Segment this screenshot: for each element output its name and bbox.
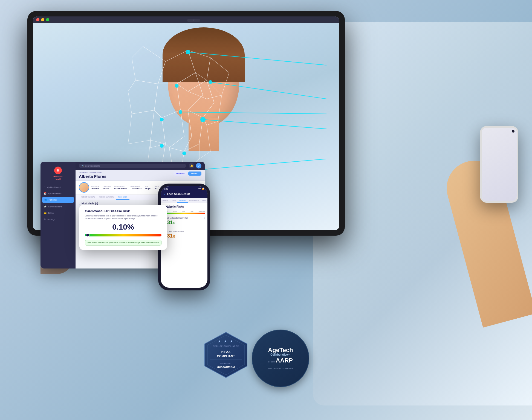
sidebar-item-settings[interactable]: ⚙ Settings bbox=[41, 216, 76, 222]
phone-status-bar: 9:41 ●●● 📶 bbox=[161, 186, 207, 191]
metric-row-fatty-liver: Fatty Liver Disease Risk 0.31% bbox=[163, 231, 205, 239]
field-age: Age 46 y/o bbox=[145, 185, 151, 190]
metric-value-overall: 4.31% bbox=[163, 220, 205, 225]
svg-marker-14 bbox=[199, 118, 210, 159]
svg-text:POWERED BY: POWERED BY bbox=[220, 362, 232, 364]
agetech-badge: AgeTech Collaborative™ FROM AARP PORTFOL… bbox=[252, 330, 309, 387]
users-icon: 👥 bbox=[44, 199, 47, 201]
scale-labels-row: GREAT GOOD OKAY BAD VERY BAD bbox=[163, 210, 205, 212]
phone-status-icons: ●●● 📶 bbox=[198, 188, 204, 190]
svg-marker-1 bbox=[158, 50, 195, 84]
new-note-button[interactable]: New Note bbox=[174, 172, 187, 176]
svg-marker-9 bbox=[128, 110, 154, 144]
metric-label-fatty-liver: Fatty Liver Disease Risk bbox=[163, 231, 205, 233]
patient-avatar bbox=[79, 182, 89, 193]
field-email: Email Address 123Alberta@ bbox=[114, 185, 127, 190]
metric-label-overall: Overall Metabolic Health Risk ℹ bbox=[163, 217, 205, 219]
video-call-button[interactable]: Video C... bbox=[188, 172, 201, 176]
svg-line-31 bbox=[210, 82, 326, 99]
svg-text:COMPLIANT: COMPLIANT bbox=[217, 355, 235, 358]
svg-text:★ ★ ★: ★ ★ ★ bbox=[218, 339, 234, 343]
cardio-percentage: 0.10% bbox=[85, 223, 161, 232]
phone-tab-physiological[interactable]: Physiological bbox=[188, 198, 201, 203]
metric-value-fatty-liver: 0.31% bbox=[163, 233, 205, 239]
phone-section-title: Metabolic Risks bbox=[163, 205, 205, 208]
home-icon: ⌂ bbox=[44, 186, 45, 188]
right-person-area bbox=[313, 22, 532, 405]
phone-tab-bloodmarker[interactable]: Blood Mar... bbox=[201, 198, 207, 203]
agetech-aarp: AARP bbox=[276, 357, 293, 364]
risk-indicator bbox=[86, 233, 89, 237]
sidebar-item-billing[interactable]: 💳 Billing bbox=[41, 210, 76, 216]
logo-line2: Health bbox=[44, 178, 72, 180]
tab-patient-tasks[interactable]: Patient Tasks(4) bbox=[79, 195, 97, 200]
phone-tab-general[interactable]: General bbox=[161, 198, 170, 203]
tab-face-scan[interactable]: Face Scan bbox=[116, 195, 129, 200]
user-avatar-icon[interactable]: U bbox=[196, 163, 201, 168]
phone-tab-metabolic[interactable]: Metabolic bbox=[177, 198, 188, 203]
agetech-from: FROM bbox=[268, 361, 275, 363]
svg-point-27 bbox=[160, 118, 164, 121]
phone-time: 9:41 bbox=[164, 188, 168, 190]
hipaa-badge: ★ ★ ★ SEAL OF COMPLIANCE HIPAA COMPLIANT… bbox=[202, 331, 250, 379]
chat-icon: 💬 bbox=[44, 205, 47, 208]
patient-header: All Patients / Alberta Flores Alberta Fl… bbox=[76, 170, 205, 181]
phone-tabs: General Vitals Metabolic Physiological B… bbox=[161, 198, 207, 203]
svg-marker-6 bbox=[177, 73, 203, 110]
svg-marker-8 bbox=[203, 80, 222, 125]
scale-bar bbox=[163, 213, 205, 214]
svg-text:Accountable: Accountable bbox=[216, 365, 235, 368]
risk-bar bbox=[85, 234, 161, 236]
phone-header-title: Face Scan Result bbox=[167, 193, 190, 196]
traffic-lights-bar: ↺ bbox=[33, 16, 339, 23]
agetech-title: AgeTech bbox=[268, 347, 293, 353]
settings-icon: ⚙ bbox=[44, 218, 46, 221]
svg-marker-2 bbox=[177, 50, 210, 92]
agetech-collaborative: Collaborative™ bbox=[270, 353, 290, 356]
metric-row-overall: Overall Metabolic Health Risk ℹ 4.31% bbox=[163, 217, 205, 228]
search-input[interactable]: 🔍 Search patients bbox=[79, 164, 186, 168]
sidebar-item-appointments[interactable]: 📅 Appointments bbox=[41, 190, 76, 197]
notification-icon[interactable]: 🔔 bbox=[189, 163, 194, 168]
svg-marker-4 bbox=[128, 80, 158, 114]
field-height: Height 5'3 bbox=[155, 185, 159, 190]
sidebar-item-patients[interactable]: 👥 Patients bbox=[42, 197, 74, 203]
scale-label-okay: OKAY bbox=[182, 210, 186, 212]
svg-point-24 bbox=[175, 84, 179, 88]
svg-text:HIPAA: HIPAA bbox=[221, 350, 230, 353]
top-search-bar: 🔍 Search patients 🔔 U bbox=[76, 162, 205, 170]
svg-point-29 bbox=[182, 152, 186, 155]
phone-tab-vitals[interactable]: Vitals bbox=[170, 198, 177, 203]
logo-line1: Hibiscus bbox=[44, 175, 72, 178]
low-risk-note: Your results indicate that you have a lo… bbox=[85, 240, 161, 245]
field-last-name: Last Name Flores bbox=[103, 185, 111, 190]
traffic-light-green bbox=[46, 18, 49, 21]
phone-back-button[interactable]: ‹ bbox=[164, 192, 166, 196]
svg-marker-13 bbox=[184, 110, 203, 152]
svg-point-30 bbox=[160, 144, 164, 148]
phone-header: ‹ Face Scan Result bbox=[161, 191, 207, 198]
metric-info-icon[interactable]: ℹ bbox=[204, 217, 205, 219]
sidebar-logo: H Hibiscus Health bbox=[41, 164, 76, 184]
sidebar-item-conversations[interactable]: 💬 Conversations bbox=[41, 204, 76, 210]
traffic-light-yellow bbox=[41, 18, 44, 21]
scale-label-good: GOOD bbox=[173, 210, 177, 212]
scale-label-bad: BAD bbox=[190, 210, 193, 212]
patient-name-heading: Alberta Flores bbox=[79, 174, 106, 179]
field-first-name: First Name Alberta bbox=[91, 185, 99, 190]
sidebar-item-dashboard[interactable]: ⌂ My Dashboard bbox=[41, 184, 76, 190]
cardio-risk-card: Cardiovascular Disease Risk Cardiovascul… bbox=[79, 205, 167, 250]
calendar-icon: 📅 bbox=[44, 192, 47, 195]
svg-line-33 bbox=[180, 112, 326, 114]
field-dob: Date of Birth 10-09-1931 bbox=[131, 185, 142, 190]
svg-marker-12 bbox=[169, 110, 192, 152]
scale-label-very-bad: VERY BAD bbox=[198, 210, 205, 212]
cardio-card-title: Cardiovascular Disease Risk bbox=[85, 209, 161, 213]
svg-marker-11 bbox=[162, 110, 184, 148]
main-scene: ↺ H Hibiscus Health ⌂ My Dashboard 📅 App… bbox=[0, 0, 532, 420]
tab-patient-summary[interactable]: Patient Summary bbox=[97, 195, 116, 200]
svg-text:SEAL OF COMPLIANCE: SEAL OF COMPLIANCE bbox=[213, 345, 239, 347]
svg-marker-3 bbox=[188, 58, 229, 99]
traffic-light-red bbox=[36, 18, 39, 21]
phone-body: Metabolic Risks GREAT GOOD OKAY BAD VERY… bbox=[161, 203, 207, 288]
